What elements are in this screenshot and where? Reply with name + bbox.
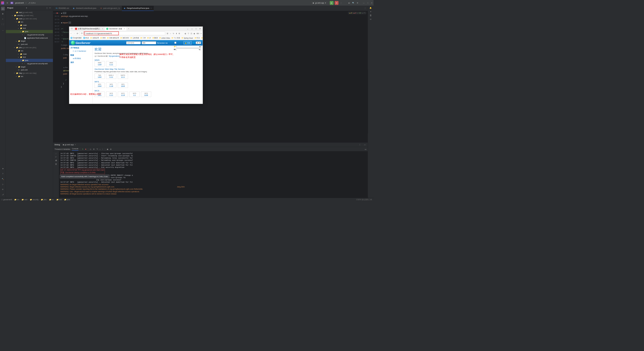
rerun-icon[interactable]: ↻ — [82, 148, 83, 150]
firefox-shield-icon[interactable]: 🛡 — [70, 28, 74, 30]
tree-node[interactable]: ▾📁jdbc [gs-web-sec-jdbc] — [6, 46, 53, 49]
bookmark-item[interactable]: 洛阳吉利 — [120, 37, 129, 39]
bookmark-item[interactable]: 生活 — [195, 37, 200, 39]
clear-icon[interactable]: 🗑 — [55, 163, 57, 165]
tree-node[interactable]: 📄applicationTestContext.xml — [6, 36, 53, 40]
pocket-icon[interactable]: ▽ — [188, 32, 189, 34]
bookmark-item[interactable]: Spring Cloud — [181, 37, 193, 39]
bookmark-star-icon[interactable]: ☆ — [170, 32, 171, 34]
status-breadcrumb[interactable]: □ geoservertt›📁 src›📁 web›📁 security›📁 j… — [2, 199, 70, 201]
services-icon[interactable]: ◈ — [1, 167, 5, 170]
ai-assistant-icon[interactable]: ✦ — [370, 11, 372, 13]
service-card[interactable]: WCS1.1.0 — [118, 92, 128, 97]
pause-icon[interactable]: ⏸ — [93, 148, 95, 150]
layer-select[interactable] — [176, 48, 201, 51]
service-card[interactable]: WMS1.1.1 — [106, 61, 116, 66]
build-icon[interactable]: 🔨 — [1, 177, 5, 181]
tree-node[interactable]: ▸▫org.geoserver.security — [6, 33, 53, 36]
forward-icon[interactable]: → — [73, 32, 75, 34]
layout-icon[interactable]: ▭ — [365, 148, 366, 150]
tree-node[interactable]: ▸📁target — [6, 40, 53, 43]
bookmark-item[interactable]: 翻译 — [152, 37, 158, 39]
bookmark-item[interactable]: online Video — [159, 37, 170, 39]
service-card[interactable]: WCS1.1 — [129, 92, 140, 97]
browser-minimize-icon[interactable]: — — [191, 28, 193, 30]
new-tab-icon[interactable]: + — [127, 28, 131, 30]
downloads-icon[interactable]: ⬇ — [176, 32, 177, 34]
terminal-icon[interactable]: T — [1, 172, 5, 176]
tree-node[interactable]: ▸📁src — [6, 75, 53, 78]
more-actions-icon[interactable]: ⋮ — [340, 1, 343, 5]
soft-wrap-icon[interactable]: ↩ — [55, 156, 57, 158]
user-icon[interactable]: ◐ — [348, 1, 350, 5]
debug-more-icon[interactable]: ⋮ — [358, 143, 361, 146]
problems-icon[interactable]: ⊘ — [1, 188, 5, 191]
browser-maximize-icon[interactable]: □ — [196, 28, 197, 30]
inspections-widget[interactable]: ▲ 8 ▲ 2 ✓ 13 ⌄ ⌃ — [348, 12, 366, 14]
history-icon[interactable]: ↻ — [173, 32, 174, 34]
close-window-icon[interactable]: ✕ — [371, 2, 373, 4]
tabs-more-icon[interactable]: ⋮ — [362, 7, 368, 9]
project-tool-icon[interactable]: ▭ — [1, 7, 5, 11]
search-icon[interactable]: 🔍 — [351, 1, 355, 5]
editor-tab[interactable]: mpom.xml (gs-wcs1_1) — [98, 6, 122, 11]
tree-node[interactable]: ▾📁ldap [gs-web-sec-ldap] — [6, 72, 53, 75]
threads-tab[interactable]: Threads & Variables — [55, 148, 70, 150]
maximize-icon[interactable]: □ — [367, 2, 368, 4]
service-card[interactable]: WMS1.3.0 — [95, 61, 105, 66]
editor-tab[interactable]: ◉RangeSubsetKvpParser.java× — [122, 6, 154, 11]
tree-node[interactable]: ▸▫org.geoserver.security.web — [6, 62, 53, 65]
extensions-icon[interactable]: ⚙ — [178, 32, 180, 34]
browser-tab-1[interactable]: 从零开始学GeoServer源码二× — [73, 27, 105, 31]
more-tools-icon[interactable]: ⋯ — [1, 29, 5, 32]
stop-debug-icon[interactable]: ■ — [85, 148, 86, 150]
gs-logo[interactable]: GeoServer — [71, 41, 90, 45]
main-menu-icon[interactable]: ☰ — [6, 1, 9, 5]
reader-icon[interactable]: ☰ — [167, 32, 168, 34]
password-input[interactable] — [142, 41, 156, 44]
structure-tool-icon[interactable]: ⋮⋮ — [1, 22, 5, 26]
tree-node[interactable]: ▾📁src — [6, 49, 53, 52]
library-icon[interactable]: ⫿⫿⫿ — [197, 32, 199, 34]
bookmark-item[interactable]: 工程 — [201, 37, 203, 39]
service-card[interactable]: TMS1.0.0 — [95, 74, 105, 79]
sidebar-cat-demo[interactable]: 演示 — [70, 61, 91, 64]
step-out-icon[interactable]: ↑ — [102, 148, 103, 150]
tree-node[interactable]: ▾📁src — [6, 20, 53, 24]
bookmark-item[interactable]: 工作 — [140, 37, 146, 39]
database-icon[interactable]: 🗄 — [370, 15, 372, 17]
git-tool-icon[interactable]: ⎇ — [1, 193, 5, 197]
pull-requests-icon[interactable]: ⎌ — [1, 17, 5, 21]
service-card[interactable]: WFS2.0.0 — [95, 83, 105, 88]
notifications-icon[interactable]: 🔔 — [370, 7, 372, 9]
tree-node[interactable]: ▸📁target — [6, 65, 53, 68]
bookmark-item[interactable]: 河南省投应用 — [107, 37, 119, 39]
url-bar[interactable]: 🛡 ⓘ localhost:8080/geoserver/web/?0 — [80, 32, 165, 35]
workspace-select[interactable] — [176, 46, 201, 48]
run-config-selector[interactable]: ▶ gs-web-app ▾ — [312, 2, 327, 5]
resume-icon[interactable]: ▷ — [90, 148, 91, 150]
bookmark-item[interactable]: 🌐 尚源 — [83, 37, 89, 39]
bookmark-item[interactable]: 云南宣威 — [130, 37, 139, 39]
console-tab[interactable]: Console — [72, 148, 78, 151]
reload-icon[interactable]: ⟳ — [77, 32, 78, 34]
debug-hide-icon[interactable]: — — [363, 143, 366, 146]
service-card[interactable]: WMS-C1.1.1 — [106, 74, 116, 79]
commit-tool-icon[interactable]: ◉ — [1, 12, 5, 16]
login-button[interactable]: 🔒 登录 — [183, 41, 192, 44]
hide-panel-icon[interactable]: — — [49, 6, 52, 10]
scroll-to-end-icon[interactable]: ↓ — [56, 153, 56, 155]
stop-button[interactable]: ■ — [335, 1, 338, 5]
browser-close-icon[interactable]: ✕ — [199, 28, 201, 30]
account-icon[interactable]: ◉ — [194, 32, 195, 34]
sidebar-layer-preview[interactable]: 🗂 图层预览 — [70, 57, 91, 60]
ext1-icon[interactable]: ◐ — [185, 32, 186, 34]
panel-more-icon[interactable]: ⋮ — [46, 6, 49, 10]
back-icon[interactable]: ← — [70, 32, 72, 34]
tree-node[interactable]: ▾📁core [gs-web-sec-core] — [6, 17, 53, 20]
tree-node[interactable]: ▾📁security [gs-web-sec] — [6, 14, 53, 17]
view-breakpoints-icon[interactable]: ◉ — [107, 148, 108, 150]
print-icon[interactable]: 🖶 — [55, 160, 57, 162]
tree-node[interactable]: ▸📁main — [6, 52, 53, 56]
service-card[interactable]: WCS1.1.1 — [106, 92, 116, 97]
